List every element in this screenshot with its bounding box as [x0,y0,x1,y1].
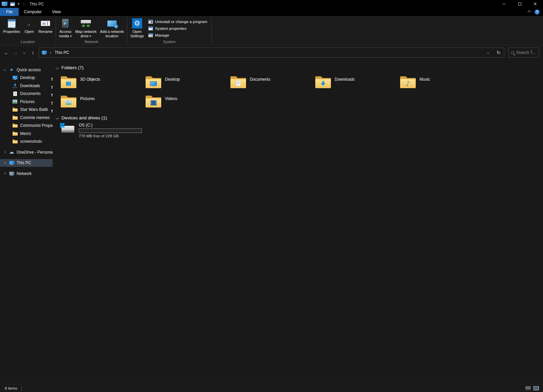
document-icon [13,92,17,96]
sidebar-item-downloads[interactable]: Downloads [0,82,53,90]
sidebar-item-this-pc[interactable]: This PC [0,159,53,167]
collapse-ribbon-icon[interactable] [528,10,531,14]
section-header-devices: Devices and drives (1) [56,114,543,121]
maximize-icon [518,2,521,5]
status-bar: 8 items [0,384,543,392]
large-icons-view-icon[interactable] [533,386,539,390]
window-body: Quick access Desktop Downloads Documents… [0,60,543,384]
folder-tile-music[interactable]: Music [400,73,485,92]
folder-tile-videos[interactable]: Videos [146,92,230,111]
breadcrumb[interactable]: This PC [53,50,71,55]
qat-customize-chevron-icon[interactable] [18,3,20,6]
expander-icon[interactable] [3,68,6,71]
uninstall-icon [148,20,153,24]
ribbon-group-system: Open Settings Uninstall or change a prog… [127,16,211,45]
file-explorer-window: This PC File Computer View Properties [0,0,543,392]
rename-button[interactable]: Rename [37,17,54,34]
collapse-section-icon[interactable] [56,116,59,119]
collapse-section-icon[interactable] [56,66,59,69]
qat-properties-icon[interactable] [10,2,15,6]
access-media-icon [62,19,69,28]
folder-document-icon [230,76,246,88]
ribbon-tab-strip: File Computer View [0,8,543,16]
titlebar-separator [24,2,24,6]
sidebar-item-quick-access[interactable]: Quick access [0,66,53,74]
quick-access-toolbar: This PC [0,2,44,6]
rename-icon [41,21,50,26]
group-label-network: Network [57,39,126,45]
sidebar-item-communist-propaganda[interactable]: Communist Propag [0,122,53,130]
folder-down-arrow-icon [315,76,331,88]
add-network-location-button[interactable]: Add a network location [98,17,126,38]
add-network-location-icon [107,20,117,27]
chevron-down-icon [23,51,25,54]
ribbon-group-network: Access media Map network drive Add a net… [56,16,127,45]
ribbon-group-location: Properties Open Rename Location [0,16,56,45]
minimize-button[interactable] [496,0,512,8]
uninstall-program-button[interactable]: Uninstall or change a program [148,19,207,24]
access-media-button[interactable]: Access media [57,17,74,38]
sidebar-item-desktop[interactable]: Desktop [0,74,53,82]
system-properties-button[interactable]: System properties [148,26,207,31]
refresh-button[interactable]: ↻ [494,48,503,57]
app-icon [2,2,7,6]
forward-button[interactable]: → [11,48,20,57]
ribbon-right-controls [528,8,543,16]
folder-tile-pictures[interactable]: Pictures [61,92,146,111]
sidebar-item-star-wars-battlefront[interactable]: Star Wars Battlef [0,106,53,114]
properties-button[interactable]: Properties [1,17,22,34]
sidebar-item-memz[interactable]: Memz [0,130,53,138]
folder-tile-desktop[interactable]: Desktop [146,73,230,92]
map-network-drive-button[interactable]: Map network drive [74,17,98,38]
drive-tile-os-c[interactable]: OS (C:) 770 MB free of 228 GB [55,123,543,138]
breadcrumb-chevron-icon[interactable] [49,51,51,54]
close-button[interactable] [527,0,543,8]
details-view-icon[interactable] [525,386,531,390]
sidebar-item-documents[interactable]: Documents [0,90,53,98]
expander-icon[interactable] [3,172,6,175]
pc-monitor-icon [9,161,14,165]
group-label-system: System [129,39,210,45]
back-button[interactable]: ← [2,48,11,57]
sidebar-item-screenshots[interactable]: screenshots [0,138,53,146]
maximize-button[interactable] [512,0,527,8]
recent-locations-chevron[interactable] [20,48,29,57]
map-network-drive-icon [81,19,91,28]
folder-tile-documents[interactable]: Documents [230,73,315,92]
expander-icon[interactable] [3,151,6,153]
windows-logo-icon [60,123,64,128]
tab-file[interactable]: File [0,8,19,16]
minimize-icon [502,4,506,4]
up-button[interactable]: ↑ [29,48,37,57]
address-bar[interactable]: This PC ↻ [39,47,504,58]
properties-icon [8,19,16,28]
address-dropdown-button[interactable] [484,48,492,57]
search-icon [511,51,514,54]
group-label-location: Location [1,39,54,45]
picture-icon [13,100,17,103]
folder-photo-icon [61,96,76,107]
sidebar-item-commie-memes[interactable]: Commie memes [0,114,53,122]
sidebar-item-network[interactable]: Network [0,170,53,178]
network-monitor-icon [9,172,14,176]
ribbon: Properties Open Rename Location Access [0,16,543,45]
folder-tile-3d-objects[interactable]: 3D Objects [61,73,146,92]
folder-tile-downloads[interactable]: Downloads [315,73,400,92]
folder-film-icon [146,96,161,107]
manage-button[interactable]: Manage [148,33,207,38]
open-button[interactable]: Open [22,17,37,34]
sidebar-item-onedrive[interactable]: OneDrive - Personal [0,148,53,156]
expander-icon[interactable] [3,162,6,164]
search-box[interactable] [508,47,539,58]
search-input[interactable] [516,50,536,55]
folder-icon [13,132,18,136]
help-icon[interactable] [535,9,540,15]
tab-view[interactable]: View [47,8,66,16]
system-properties-icon [148,26,153,31]
status-separator [21,386,22,390]
tab-computer[interactable]: Computer [19,8,47,16]
open-settings-button[interactable]: Open Settings [129,17,146,38]
monitor-icon [13,76,18,80]
sidebar-item-pictures[interactable]: Pictures [0,98,53,106]
folder-icon [13,139,18,143]
